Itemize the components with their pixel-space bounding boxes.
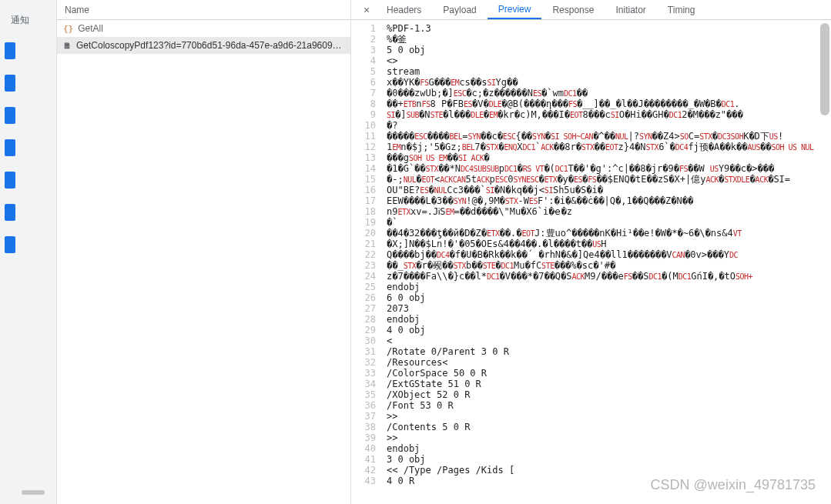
details-panel: × HeadersPayloadPreviewResponseInitiator…	[351, 0, 831, 504]
line-number: 7	[351, 88, 376, 98]
line-number: 31	[351, 346, 376, 357]
code-line: �X;]N��$Ln!�'�05�OEs&4��4��.�l����t��USH	[387, 239, 831, 249]
code-line: >>	[387, 411, 831, 422]
line-number: 5	[351, 66, 376, 77]
code-line: 4 0 obj	[387, 325, 831, 335]
code-line: 2073	[387, 303, 831, 314]
tab-preview[interactable]: Preview	[488, 0, 542, 19]
code-line: 4 0 R	[387, 476, 831, 486]
line-number: 4	[351, 55, 376, 66]
vertical-scrollbar[interactable]	[820, 23, 829, 115]
code-line: stream	[387, 66, 831, 77]
code-line: ��+ETBnFS8 P�FBES�V�DLE�@B(����η���FS�__…	[387, 98, 831, 109]
code-line: endobj	[387, 282, 831, 292]
code-line: ��4�32���ƫ��й�D�Z�ETX��.�EOTJ:豊uo^�����n…	[387, 228, 831, 239]
line-number: 32	[351, 357, 376, 368]
code-line: /Contents 5 0 R	[387, 422, 831, 432]
line-number: 6	[351, 77, 376, 88]
code-line: 5 0 obj	[387, 45, 831, 55]
code-line: �1�G`��STX��*NDC4SUBSUBpDC1�RS VT�(DC1T�…	[387, 163, 831, 174]
line-number: 39	[351, 432, 376, 443]
line-number: 18	[351, 206, 376, 217]
line-number: 34	[351, 379, 376, 389]
line-number: 15	[351, 174, 376, 185]
code-line: %PDF-1.3	[387, 23, 831, 34]
sidebar-chip[interactable]	[5, 204, 15, 221]
line-number: 12	[351, 142, 376, 152]
line-number: 24	[351, 271, 376, 282]
line-number: 35	[351, 389, 376, 400]
code-content: %PDF-1.3%�釜5 0 obj<>streamx��YK�FSG���EM…	[382, 20, 831, 504]
code-line: /ExtGState 51 0 R	[387, 379, 831, 389]
line-number: 37	[351, 411, 376, 422]
sidebar-label: 通知	[11, 14, 52, 27]
line-number: 1	[351, 23, 376, 34]
request-rows: {}GetAll🗎GetColoscopyPdf123?id=770b6d51-…	[57, 20, 350, 504]
code-line: �0���zwUb;�]ESC�c;�z������NES�`wmDC1��	[387, 88, 831, 98]
code-line: <>	[387, 55, 831, 66]
line-number: 23	[351, 260, 376, 271]
code-line: �`	[387, 217, 831, 228]
sidebar-chip[interactable]	[5, 75, 15, 92]
line-number: 33	[351, 368, 376, 379]
line-number: 26	[351, 292, 376, 303]
line-number: 36	[351, 400, 376, 411]
tab-response[interactable]: Response	[541, 0, 605, 19]
line-number: 25	[351, 282, 376, 292]
sidebar-chip[interactable]	[5, 139, 15, 156]
line-number: 2	[351, 34, 376, 45]
sidebar-chip[interactable]	[5, 42, 15, 59]
code-line: endobj	[387, 314, 831, 325]
request-list-panel: Name {}GetAll🗎GetColoscopyPdf123?id=770b…	[57, 0, 351, 504]
request-name: GetAll	[78, 23, 103, 34]
tab-timing[interactable]: Timing	[657, 0, 706, 19]
code-line: /Resources<	[387, 357, 831, 368]
code-line: %�釜	[387, 34, 831, 45]
preview-area[interactable]: 1234567891011121314151617181920212223242…	[351, 20, 831, 504]
name-column-header[interactable]: Name	[57, 0, 350, 20]
code-line: >>	[387, 432, 831, 443]
code-line: �����ESC����BEL=SYN��c�ESC{��SYN�SI SOH~…	[387, 131, 831, 142]
document-icon: 🗎	[63, 41, 72, 51]
code-line: Q����bj��DC4�f�U�B�Rk��k��´ �rhN�&�]Qe4�…	[387, 249, 831, 260]
line-number: 13	[351, 152, 376, 163]
request-row[interactable]: 🗎GetColoscopyPdf123?id=770b6d51-96da-457…	[57, 37, 350, 54]
tab-headers[interactable]: Headers	[376, 0, 432, 19]
code-line: /ColorSpace 50 0 R	[387, 368, 831, 379]
code-line: ��_STX�r�觋��STXb��STE�DC1Mu�fCSTE���%�sc…	[387, 260, 831, 271]
line-number: 16	[351, 185, 376, 195]
line-number: 43	[351, 476, 376, 486]
line-number: 3	[351, 45, 376, 55]
sidebar-chip[interactable]	[5, 107, 15, 124]
close-icon[interactable]: ×	[357, 4, 376, 16]
code-line: �-;NUL�EOT<ACKCAN5tACKpESC0SYNESC�ETX�y�…	[387, 174, 831, 185]
line-number: 17	[351, 195, 376, 206]
line-number: 30	[351, 335, 376, 346]
code-line: <	[387, 335, 831, 346]
line-number: 14	[351, 163, 376, 174]
line-number: 22	[351, 249, 376, 260]
details-tabbar: × HeadersPayloadPreviewResponseInitiator…	[351, 0, 831, 20]
code-line: n9ETXxv=.JᎥSEM=��d����\"Mu�X6`i�ҽ�z	[387, 206, 831, 217]
request-name: GetColoscopyPdf123?id=770b6d51-96da-457e…	[76, 40, 344, 51]
line-number: 40	[351, 443, 376, 454]
code-line: �?	[387, 120, 831, 131]
request-row[interactable]: {}GetAll	[57, 20, 350, 37]
line-number: 29	[351, 325, 376, 335]
line-number: 19	[351, 217, 376, 228]
line-number: 10	[351, 120, 376, 131]
scroll-hint	[22, 490, 45, 495]
tab-payload[interactable]: Payload	[432, 0, 487, 19]
code-line: 1EMn�$j;'5�Gz;BEL7�STX�ENQXDC1`ACK��8r�S…	[387, 142, 831, 152]
sidebar-chip[interactable]	[5, 172, 15, 189]
left-sidebar: 通知	[0, 0, 57, 504]
tab-initiator[interactable]: Initiator	[605, 0, 656, 19]
code-line: endobj	[387, 443, 831, 454]
code-line: z�7����Fa\\�}c��l*DC1�V���*�7��Q�SACKM9/…	[387, 271, 831, 282]
code-line: EEW����L�3��SYN!@�,9M�STX-WESF':�i�&��ċ�…	[387, 195, 831, 206]
code-line: x��YK�FSG���EMcs��sSIYg��	[387, 77, 831, 88]
code-line: OU"BE?ES�NULCc3���`SI�N�kq��j<SISh5u�S�i…	[387, 185, 831, 195]
sidebar-chip[interactable]	[5, 236, 15, 253]
json-icon: {}	[63, 24, 73, 34]
line-number: 20	[351, 228, 376, 239]
